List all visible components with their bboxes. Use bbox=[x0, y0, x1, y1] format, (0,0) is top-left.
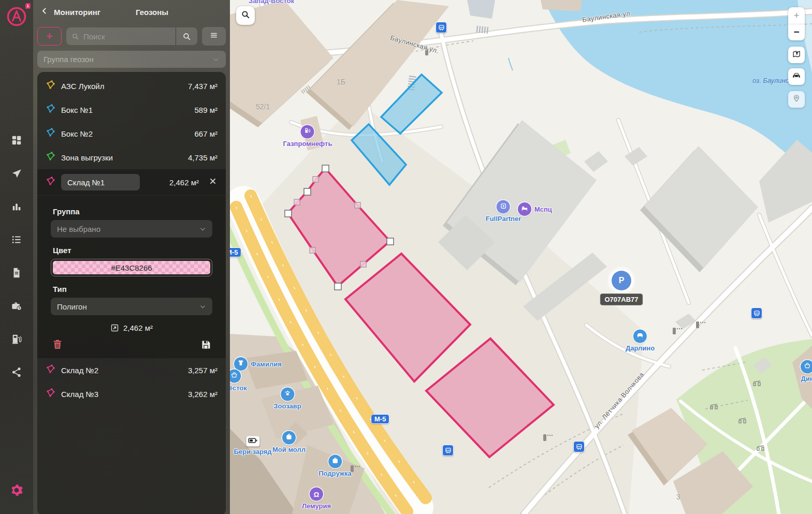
geozone-row[interactable]: Бокс №2 667 м² bbox=[37, 122, 226, 145]
poi-zoozavr[interactable]: Зоозавр bbox=[273, 388, 301, 410]
geozone-shape-icon bbox=[46, 364, 55, 376]
zoom-out-button[interactable]: − bbox=[788, 24, 805, 41]
sidebar-item-tracking[interactable] bbox=[6, 164, 27, 185]
geozone-name: АЗС Лукойл bbox=[61, 82, 182, 91]
add-geozone-button[interactable]: + bbox=[37, 27, 62, 46]
minus-icon: − bbox=[793, 26, 799, 38]
geozone-name: Бокс №1 bbox=[61, 106, 188, 114]
computed-area-row: 2,462 м² bbox=[51, 324, 212, 332]
poi-perekrestok[interactable]: крёсток bbox=[230, 370, 247, 392]
search-input[interactable] bbox=[83, 32, 170, 41]
geozone-area: 7,437 м² bbox=[188, 82, 218, 91]
basket-icon bbox=[804, 362, 811, 372]
transit-stop-icon[interactable] bbox=[436, 22, 447, 33]
geozone-row[interactable]: Склад №2 3,257 м² bbox=[37, 358, 226, 382]
geozone-row[interactable]: Зона выгрузки 4,735 м² bbox=[37, 145, 226, 169]
save-geozone-button[interactable] bbox=[200, 339, 211, 352]
geozone-polygon-boks1[interactable] bbox=[381, 75, 442, 134]
geozone-area: 3,257 м² bbox=[188, 366, 218, 375]
geozone-name-input[interactable] bbox=[61, 174, 140, 190]
transit-stop-icon[interactable] bbox=[751, 307, 762, 319]
app-logo[interactable]: 1 bbox=[5, 4, 28, 28]
poi-label: Дин bbox=[801, 375, 812, 383]
poi-lemuria[interactable]: Ω Лемурия bbox=[302, 488, 331, 510]
sidebar-item-documents[interactable] bbox=[6, 263, 27, 284]
sidebar-item-dashboard[interactable] bbox=[6, 131, 27, 152]
sidebar-item-tasks[interactable] bbox=[6, 297, 27, 317]
poi-label: Мспц bbox=[534, 205, 552, 213]
sidebar-item-list[interactable] bbox=[6, 230, 27, 251]
geozone-row[interactable]: Склад №3 3,262 м² bbox=[37, 382, 226, 406]
poi-mspc[interactable]: Мспц bbox=[518, 202, 531, 216]
show-vehicles-button[interactable] bbox=[788, 68, 805, 85]
group-filter-select[interactable]: Группа геозон bbox=[37, 51, 226, 68]
poi-familia[interactable]: Фамилия bbox=[234, 357, 248, 371]
group-select-value: Не выбрано bbox=[57, 225, 100, 233]
breadcrumb-monitoring[interactable]: Мониторинг bbox=[54, 8, 100, 17]
road-badge-m5: М-5 bbox=[230, 247, 241, 257]
map-layers-button[interactable] bbox=[788, 47, 805, 63]
search-icon bbox=[241, 10, 250, 21]
map-canvas[interactable]: Запад-Восток Баулинская ул. Баулинская у… bbox=[230, 0, 812, 514]
sidebar-nav bbox=[0, 131, 33, 384]
poi-label: Мой молл bbox=[272, 446, 306, 453]
vehicle-marker[interactable]: P О707АВ77 bbox=[612, 271, 631, 290]
poi-label: Подружка bbox=[318, 469, 351, 477]
map-layers-icon bbox=[792, 50, 801, 61]
sofa-icon bbox=[636, 332, 644, 341]
pin-icon bbox=[792, 94, 801, 105]
logo-badge: 1 bbox=[25, 3, 31, 9]
sidebar-item-share[interactable] bbox=[6, 363, 27, 384]
geozone-row[interactable]: АЗС Лукойл 7,437 м² bbox=[37, 74, 226, 98]
share-icon bbox=[11, 366, 22, 380]
geozone-area: 3,262 м² bbox=[188, 390, 218, 399]
transit-stop-icon[interactable] bbox=[442, 445, 454, 456]
poi-podruzhka[interactable]: Подружка bbox=[318, 455, 351, 477]
chevron-down-icon bbox=[199, 303, 206, 310]
geozone-editor-block: 2,462 м² Группа Не выбрано Цвет #E43C826… bbox=[37, 169, 226, 358]
search-field[interactable] bbox=[66, 27, 176, 45]
battery-icon bbox=[248, 437, 258, 446]
list-menu-button[interactable] bbox=[202, 27, 226, 46]
geozone-edit-form: Группа Не выбрано Цвет #E43C8266 Тип Пол… bbox=[37, 195, 226, 358]
gear-icon bbox=[10, 483, 23, 499]
geozone-shape-icon bbox=[46, 80, 55, 92]
poi-gazpromneft[interactable]: Газпромнефть bbox=[283, 125, 332, 148]
sidebar-item-fuel[interactable] bbox=[6, 330, 27, 350]
geozone-shape-icon bbox=[46, 128, 55, 139]
geozone-area: 667 м² bbox=[194, 129, 218, 138]
poi-darlino[interactable]: Дарлино bbox=[626, 330, 655, 352]
group-filter-placeholder: Группа геозон bbox=[44, 55, 94, 64]
list-icon bbox=[11, 234, 22, 247]
delete-geozone-button[interactable] bbox=[52, 339, 63, 352]
close-icon bbox=[209, 178, 216, 187]
poi-moy-moll[interactable]: Мой молл bbox=[272, 431, 306, 453]
search-submit-button[interactable] bbox=[176, 27, 197, 45]
map-base-layer bbox=[230, 0, 812, 514]
poi-fullpartner[interactable]: FullPartner bbox=[486, 200, 521, 223]
geozone-row[interactable]: Бокс №1 589 м² bbox=[37, 98, 226, 122]
map-search-button[interactable] bbox=[236, 6, 255, 25]
area-measure-icon bbox=[110, 324, 119, 332]
zoom-in-button[interactable]: + bbox=[788, 7, 805, 24]
poi-din[interactable]: Дин bbox=[801, 360, 812, 383]
geozone-name: Бокс №2 bbox=[61, 129, 188, 138]
zoom-control: + − bbox=[788, 7, 805, 40]
bed-icon bbox=[521, 204, 528, 214]
partner-icon bbox=[500, 202, 507, 212]
poi-beri-zaryad[interactable]: Бери заряд bbox=[234, 436, 271, 456]
type-select[interactable]: Полигон bbox=[51, 298, 212, 315]
street-label-zapad-vostok: Запад-Восток bbox=[249, 0, 294, 5]
geozone-shape-icon bbox=[46, 388, 55, 400]
sidebar-item-settings[interactable] bbox=[6, 481, 27, 502]
location-pin-button[interactable] bbox=[788, 91, 805, 108]
panel-header: Мониторинг Геозоны bbox=[33, 0, 230, 24]
back-button[interactable] bbox=[40, 7, 49, 17]
close-editor-button[interactable] bbox=[208, 177, 218, 188]
sidebar-item-reports[interactable] bbox=[6, 197, 27, 218]
color-picker-field[interactable]: #E43C8266 bbox=[51, 259, 212, 276]
trash-icon bbox=[52, 339, 63, 352]
chevron-down-icon bbox=[199, 226, 206, 232]
group-select[interactable]: Не выбрано bbox=[51, 220, 212, 238]
transit-stop-icon[interactable] bbox=[573, 441, 585, 452]
